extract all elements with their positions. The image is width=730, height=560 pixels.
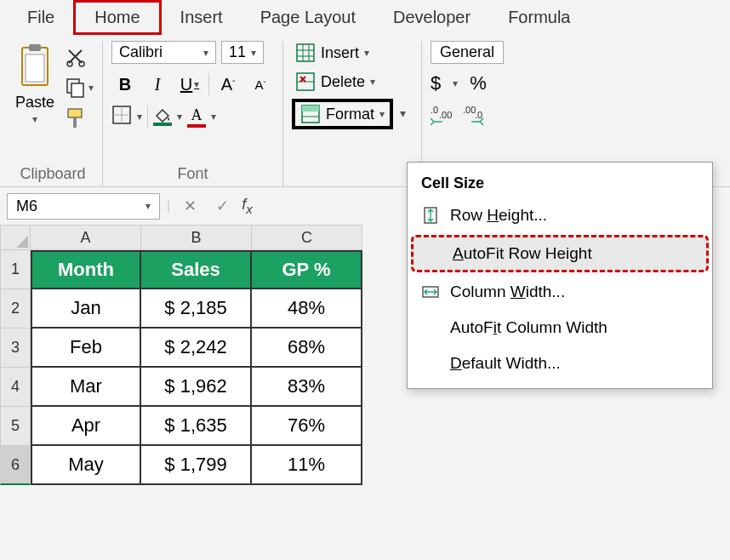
chevron-down-icon: ▾ — [364, 47, 369, 59]
delete-label: Delete — [321, 73, 365, 91]
svg-rect-1 — [29, 44, 41, 51]
cell[interactable]: $ 1,962 — [141, 368, 252, 407]
svg-text:.0: .0 — [475, 110, 482, 120]
fx-icon[interactable]: fx — [242, 196, 253, 216]
autofit-column-width-menu-item[interactable]: AutoFit Column Width — [408, 310, 712, 346]
column-header-c[interactable]: C — [252, 225, 362, 250]
number-format-select[interactable]: General — [431, 41, 504, 64]
svg-rect-7 — [68, 109, 82, 117]
percent-button[interactable]: % — [470, 72, 487, 94]
chevron-down-icon: ▾ — [370, 76, 375, 88]
cell[interactable]: May — [31, 446, 141, 485]
cell[interactable]: 68% — [252, 329, 362, 368]
ribbon-group-clipboard: Paste ▾ ▾ Clipboard — [3, 41, 103, 186]
menu-label: AutoFit Column Width — [450, 318, 607, 337]
menu-insert[interactable]: Insert — [162, 3, 242, 32]
chevron-down-icon: ▾ — [32, 113, 37, 125]
cell[interactable]: Sales — [141, 250, 252, 289]
column-header-a[interactable]: A — [31, 225, 141, 250]
chevron-down-icon: ▾ — [453, 77, 458, 89]
cell[interactable]: 76% — [252, 407, 362, 446]
accept-formula-button[interactable]: ✓ — [209, 197, 235, 215]
cell[interactable]: Mar — [31, 368, 141, 407]
cell[interactable]: 11% — [252, 446, 362, 485]
cell[interactable]: Apr — [31, 407, 141, 446]
cell[interactable]: 48% — [252, 289, 362, 329]
column-header-b[interactable]: B — [141, 225, 252, 250]
menu-developer[interactable]: Developer — [374, 3, 489, 32]
menu-file[interactable]: File — [9, 3, 73, 32]
underline-button[interactable]: U▾ — [176, 71, 203, 98]
chevron-down-icon: ▾ — [379, 108, 385, 120]
clipboard-icon — [17, 44, 53, 92]
dropdown-section-header: Cell Size — [408, 169, 712, 197]
increase-decimal-button[interactable]: .0.00 — [431, 103, 454, 130]
cell[interactable]: 83% — [252, 368, 362, 407]
copy-button[interactable]: ▾ — [65, 77, 94, 99]
clipboard-group-label: Clipboard — [12, 163, 94, 185]
chevron-down-icon: ▾ — [203, 47, 208, 59]
cell[interactable]: GP % — [252, 250, 362, 289]
divider — [208, 73, 209, 95]
decrease-font-button[interactable]: Aˇ — [247, 71, 274, 98]
insert-label: Insert — [321, 44, 359, 62]
autofit-row-height-menu-item[interactable]: AutoFit Row Height — [411, 235, 709, 272]
fill-color-button[interactable] — [153, 107, 172, 126]
font-size-select[interactable]: 11 ▾ — [221, 41, 264, 64]
decrease-decimal-button[interactable]: .00.0 — [463, 103, 487, 130]
delete-cells-button[interactable]: Delete ▾ — [292, 70, 393, 94]
menu-bar: File Home Insert Page Layout Developer F… — [0, 0, 730, 34]
column-width-menu-item[interactable]: Column Width... — [408, 274, 712, 310]
italic-button[interactable]: I — [144, 71, 171, 98]
svg-rect-12 — [297, 44, 314, 61]
cell[interactable]: $ 1,635 — [141, 407, 252, 446]
cut-button[interactable] — [65, 46, 94, 68]
row-header[interactable]: 4 — [0, 368, 31, 407]
format-dropdown-menu: Cell Size Row Height... AutoFit Row Heig… — [407, 162, 713, 389]
number-format-value: General — [440, 43, 494, 61]
cancel-formula-button[interactable]: ✕ — [177, 197, 202, 215]
row-height-menu-item[interactable]: Row Height... — [408, 197, 712, 233]
menu-page-layout[interactable]: Page Layout — [242, 3, 374, 32]
chevron-down-icon: ▾ — [145, 200, 151, 212]
row-header[interactable]: 6 — [0, 446, 31, 485]
paste-button[interactable]: Paste ▾ — [12, 41, 58, 129]
font-group-label: Font — [111, 163, 274, 185]
cell[interactable]: Jan — [31, 289, 141, 329]
currency-button[interactable]: $ — [431, 72, 441, 94]
menu-home[interactable]: Home — [73, 0, 161, 35]
row-header[interactable]: 2 — [0, 289, 31, 329]
svg-rect-8 — [73, 117, 77, 128]
increase-font-button[interactable]: Aˆ — [214, 71, 242, 98]
font-color-button[interactable]: A — [187, 106, 206, 128]
cell[interactable]: $ 1,799 — [141, 446, 252, 485]
menu-label: Row Height... — [450, 206, 547, 225]
select-all-corner[interactable] — [0, 225, 31, 250]
bold-button[interactable]: B — [111, 71, 139, 98]
row-header[interactable]: 5 — [0, 407, 31, 446]
row-header[interactable]: 1 — [0, 250, 31, 289]
chevron-down-icon: ▾ — [211, 111, 216, 123]
font-color-indicator — [187, 124, 206, 128]
default-width-menu-item[interactable]: Default Width... — [408, 346, 712, 381]
ribbon-group-cells: Insert ▾ Delete ▾ Format ▾ ▾ — [283, 41, 422, 186]
chevron-down-icon: ▾ — [177, 111, 182, 123]
row-header[interactable]: 3 — [0, 329, 31, 368]
divider — [147, 106, 148, 128]
borders-button[interactable] — [111, 105, 132, 129]
insert-cells-button[interactable]: Insert ▾ — [292, 41, 393, 65]
cell[interactable]: $ 2,185 — [141, 289, 252, 329]
menu-label: Column Width... — [450, 283, 565, 301]
ribbon-group-font: Calibri ▾ 11 ▾ B I U▾ Aˆ Aˇ ▾ — [103, 41, 283, 186]
menu-formula[interactable]: Formula — [489, 3, 589, 32]
cell-reference: M6 — [16, 197, 37, 215]
menu-label: AutoFit Row Height — [453, 244, 592, 263]
format-painter-button[interactable] — [65, 107, 94, 129]
cell[interactable]: Month — [31, 250, 141, 289]
cell[interactable]: $ 2,242 — [141, 329, 252, 368]
cell[interactable]: Feb — [31, 329, 141, 368]
name-box[interactable]: M6 ▾ — [7, 193, 160, 220]
format-cells-button[interactable]: Format ▾ — [292, 99, 393, 129]
svg-text:.00: .00 — [439, 110, 452, 120]
font-name-select[interactable]: Calibri ▾ — [111, 41, 216, 64]
